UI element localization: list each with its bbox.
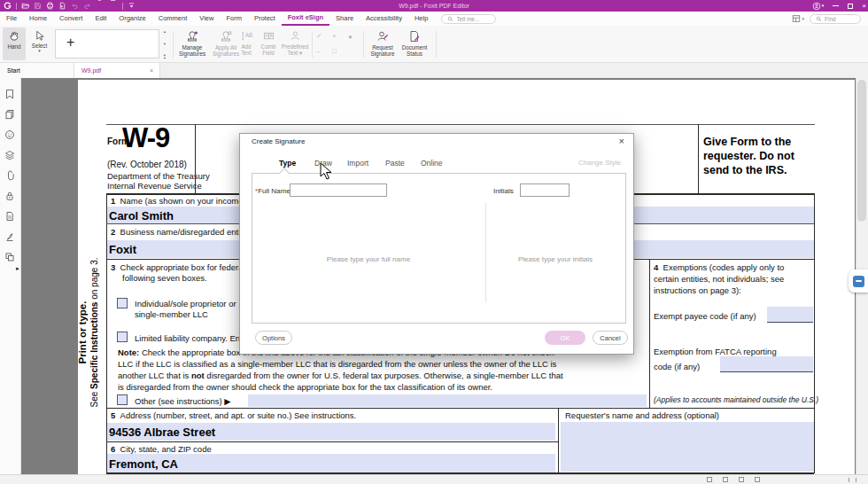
status-tool-icon-3[interactable] <box>739 477 744 482</box>
predefined-text-label: PredefinedText ▾ <box>282 43 308 56</box>
security-panel-icon[interactable] <box>4 189 15 205</box>
gallery-scroll-up-icon[interactable]: ▴ <box>164 29 166 34</box>
row5-label: 5 Address (number, street, and apt. or s… <box>111 410 356 420</box>
request-signature-label: RequestSignature <box>371 44 395 57</box>
note-line4: is disregarded from the owner should che… <box>118 382 647 392</box>
panel-expander-arrow[interactable]: ► <box>15 266 20 271</box>
fatca-code-field[interactable] <box>720 356 813 372</box>
menu-item-help[interactable]: Help <box>408 12 434 26</box>
cancel-button[interactable]: Cancel <box>593 331 628 345</box>
manage-signatures-label: ManageSignatures <box>179 44 205 57</box>
predefined-text-button[interactable]: PredefinedText ▾ <box>280 27 310 56</box>
layers-panel-icon[interactable] <box>4 148 15 164</box>
status-tool-icon-2[interactable] <box>723 477 728 482</box>
options-button[interactable]: Options <box>255 331 292 345</box>
ok-button[interactable]: OK <box>545 331 585 345</box>
checkbox-other[interactable] <box>117 394 128 405</box>
comb-field-button[interactable]: AB CombField <box>257 27 280 56</box>
exempt-payee-code-field[interactable] <box>767 307 813 323</box>
mouse-cursor <box>320 162 332 180</box>
gallery-scroll-controls[interactable]: ▴ ▾ ▾ <box>160 29 169 59</box>
add-text-button[interactable]: AB AddText <box>236 27 257 56</box>
tab-w9-pdf[interactable]: W9.pdf × <box>74 63 160 78</box>
dialog-close-button[interactable]: × <box>619 136 624 146</box>
dialog-tab-paste[interactable]: Paste <box>385 159 405 168</box>
hand-tool-button[interactable]: Hand <box>3 27 26 60</box>
attachments-panel-icon[interactable] <box>4 168 15 184</box>
tab-start[interactable]: Start <box>0 63 74 78</box>
initials-hint: Please type your initials <box>476 255 635 263</box>
requester-label: Requester's name and address (optional) <box>565 410 719 420</box>
menu-item-foxit-esign[interactable]: Foxit eSign <box>282 12 329 26</box>
menu-item-accessibility[interactable]: Accessibility <box>360 12 408 26</box>
account-icon[interactable]: ▾ <box>812 2 825 11</box>
menu-item-view[interactable]: View <box>193 12 220 26</box>
status-tool-icon-4[interactable] <box>755 477 760 482</box>
checkbox-llc[interactable] <box>117 332 128 342</box>
menu-item-file[interactable]: File <box>0 12 23 26</box>
page-display-icon[interactable]: ▾ <box>792 14 804 23</box>
maximize-button[interactable] <box>848 4 853 9</box>
preview-divider <box>485 203 486 302</box>
menu-item-home[interactable]: Home <box>23 12 53 26</box>
gallery-scroll-down-icon[interactable]: ▾ <box>164 42 166 46</box>
menu-item-form[interactable]: Form <box>220 12 248 26</box>
exempt-payee-label: Exempt payee code (if any) <box>654 311 756 321</box>
dialog-tab-import[interactable]: Import <box>347 159 368 168</box>
signatures-panel-icon[interactable] <box>4 230 15 246</box>
find-search[interactable]: Find <box>810 14 861 24</box>
window-title: W9.pdf - Foxit PDF Editor <box>0 0 868 12</box>
gallery-more-icon[interactable]: ▾ <box>164 53 166 59</box>
requester-field[interactable] <box>561 422 814 472</box>
menu-item-edit[interactable]: Edit <box>89 12 112 26</box>
fields-panel-icon[interactable] <box>4 209 15 225</box>
dialog-tab-online[interactable]: Online <box>421 159 443 168</box>
bookmarks-panel-icon[interactable] <box>4 87 15 103</box>
close-window-button[interactable]: × <box>862 0 866 12</box>
tell-me-search[interactable]: Tell me... <box>441 14 496 24</box>
manage-signatures-button[interactable]: ManageSignatures <box>175 27 209 57</box>
search-icon <box>816 16 822 22</box>
pages-panel-icon[interactable] <box>4 107 15 123</box>
request-signature-button[interactable]: RequestSignature <box>367 27 399 57</box>
other-field[interactable] <box>248 394 647 407</box>
signature-gallery[interactable]: + <box>55 29 159 59</box>
dash-style-icon[interactable]: – <box>316 48 320 55</box>
select-tool-button[interactable]: Select ▾ <box>27 27 51 60</box>
dialog-tab-type[interactable]: Type <box>279 159 296 168</box>
menu-item-protect[interactable]: Protect <box>248 12 282 26</box>
square-style-icon[interactable]: □ <box>332 48 337 55</box>
menu-item-share[interactable]: Share <box>329 12 360 26</box>
caret-down-icon: ▾ <box>38 49 41 53</box>
check-style-icon[interactable]: ✓ <box>316 33 322 40</box>
form-revision: (Rev. October 2018) <box>107 160 187 169</box>
comments-panel-icon[interactable] <box>4 128 15 144</box>
scrollbar-thumb[interactable] <box>857 80 866 222</box>
document-status-button[interactable]: DocumentStatus <box>399 27 430 57</box>
menu-item-comment[interactable]: Comment <box>152 12 194 26</box>
close-tab-icon[interactable]: × <box>150 63 153 78</box>
row4-line3: instructions on page 3): <box>654 285 741 295</box>
dot-style-icon[interactable]: ● <box>348 34 353 41</box>
chat-assistant-widget[interactable] <box>849 269 868 293</box>
row4-line1: 4 Exemptions (codes apply only to <box>654 262 784 272</box>
svg-text:B: B <box>269 34 272 38</box>
status-tool-icon-1[interactable] <box>707 477 712 482</box>
menu-item-convert[interactable]: Convert <box>53 12 89 26</box>
menu-item-organize[interactable]: Organize <box>112 12 151 26</box>
stamps-panel-icon[interactable] <box>4 250 15 266</box>
cross-style-icon[interactable]: × <box>332 33 337 40</box>
full-name-input[interactable] <box>290 183 387 197</box>
apply-all-signatures-icon <box>220 30 232 43</box>
initials-input[interactable] <box>520 183 570 197</box>
navigation-panel: ► <box>0 78 21 474</box>
minimize-button[interactable] <box>833 5 839 6</box>
caret-down-icon: ▾ <box>802 17 804 21</box>
checkbox-individual-label-line2: single-member LLC <box>135 309 208 319</box>
add-signature-plus[interactable]: + <box>66 35 74 51</box>
address-field-value: 94536 Albrae Street <box>109 425 215 439</box>
change-style-link[interactable]: Change Style <box>578 159 621 167</box>
checkbox-individual[interactable] <box>117 298 128 308</box>
ribbon-toolbar: Hand Select ▾ + ▴ ▾ ▾ ManageSignatures A… <box>0 26 868 63</box>
find-placeholder: Find <box>825 16 836 22</box>
